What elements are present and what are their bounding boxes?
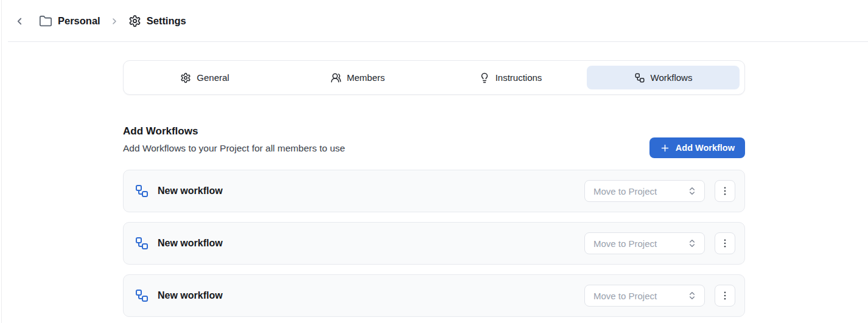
workflow-name: New workflow <box>158 290 584 301</box>
add-workflow-button[interactable]: Add Workflow <box>649 137 745 158</box>
chevrons-up-down-icon <box>687 238 697 248</box>
workflow-row: New workflow Move to Project <box>123 222 745 265</box>
kebab-icon <box>719 186 730 196</box>
workflow-menu-button[interactable] <box>715 232 735 254</box>
add-workflow-button-label: Add Workflow <box>676 143 735 153</box>
tab-label: Workflows <box>651 72 693 83</box>
add-workflows-section-header: Add Workflows Add Workflows to your Proj… <box>123 125 745 154</box>
workflow-icon <box>135 236 149 251</box>
move-to-project-select[interactable]: Move to Project <box>584 285 705 307</box>
tab-instructions[interactable]: Instructions <box>434 66 587 89</box>
workflow-icon <box>135 184 149 198</box>
section-heading: Add Workflows Add Workflows to your Proj… <box>123 125 345 154</box>
workflow-name: New workflow <box>158 186 584 196</box>
move-to-project-select-value: Move to Project <box>593 238 657 249</box>
page-subtitle: Add Workflows to your Project for all me… <box>123 143 345 154</box>
move-to-project-select-value: Move to Project <box>593 186 657 196</box>
workflow-row: New workflow Move to Project <box>123 170 745 212</box>
plus-icon <box>660 143 670 153</box>
tab-workflows[interactable]: Workflows <box>587 66 740 89</box>
breadcrumb-label: Settings <box>147 15 186 27</box>
page-title: Add Workflows <box>123 125 345 137</box>
tab-members[interactable]: Members <box>281 66 434 89</box>
gear-icon <box>128 15 141 27</box>
lightbulb-icon <box>479 72 490 83</box>
chevron-right-icon <box>110 16 119 26</box>
users-icon <box>331 72 341 83</box>
folder-icon <box>39 15 52 28</box>
workflow-icon <box>135 288 149 303</box>
chevrons-up-down-icon <box>687 186 697 196</box>
settings-tab-bar: General Members Instructions Workflows <box>123 60 745 95</box>
chevron-left-icon <box>14 16 25 27</box>
move-to-project-select[interactable]: Move to Project <box>584 180 705 202</box>
tab-label: Instructions <box>495 72 542 83</box>
move-to-project-select-value: Move to Project <box>593 291 657 301</box>
back-button[interactable] <box>13 15 26 27</box>
breadcrumb-item-personal[interactable]: Personal <box>39 15 100 28</box>
tab-label: General <box>197 72 229 83</box>
workflow-menu-button[interactable] <box>715 180 735 202</box>
move-to-project-select[interactable]: Move to Project <box>584 232 705 254</box>
workflow-menu-button[interactable] <box>715 285 735 307</box>
workflow-name: New workflow <box>158 238 584 249</box>
chevrons-up-down-icon <box>687 291 697 300</box>
tab-label: Members <box>347 72 385 83</box>
kebab-icon <box>719 290 730 301</box>
tab-general[interactable]: General <box>128 66 281 89</box>
breadcrumb-label: Personal <box>58 15 100 27</box>
breadcrumb-item-settings[interactable]: Settings <box>128 15 186 27</box>
breadcrumb: Personal Settings <box>0 0 868 42</box>
gear-icon <box>180 72 191 83</box>
kebab-icon <box>719 238 730 249</box>
workflow-row: New workflow Move to Project <box>123 274 745 317</box>
workflow-list: New workflow Move to Project New workflo… <box>123 170 745 317</box>
workflow-icon <box>634 72 645 83</box>
